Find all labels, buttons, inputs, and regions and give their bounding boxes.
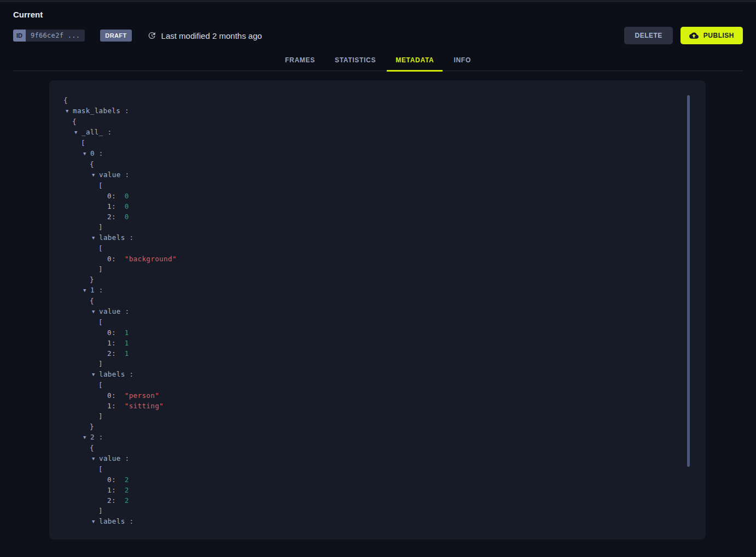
collapse-triangle-icon[interactable]: ▼: [83, 432, 90, 443]
json-punctuation: {: [90, 297, 94, 305]
json-key[interactable]: 0 :: [90, 149, 103, 157]
json-tree-line: 2: 1: [63, 348, 673, 359]
tab-metadata[interactable]: METADATA: [387, 51, 443, 71]
publish-button[interactable]: PUBLISH: [681, 27, 743, 44]
json-index: 1:: [107, 402, 125, 410]
collapse-triangle-icon[interactable]: ▼: [92, 170, 99, 180]
delete-button[interactable]: DELETE: [624, 27, 672, 44]
json-tree-line: {: [63, 159, 673, 169]
json-tree-line: [: [63, 138, 673, 148]
json-punctuation: [: [98, 465, 103, 473]
collapse-triangle-icon[interactable]: ▼: [92, 517, 99, 527]
json-tree-line: ▼value :: [63, 453, 673, 464]
json-punctuation: [: [98, 181, 103, 190]
id-badge: ID 9f66ce2f ...: [13, 30, 85, 42]
json-key[interactable]: value :: [99, 171, 129, 179]
publish-button-label: PUBLISH: [703, 32, 734, 39]
json-tree-line: [: [63, 180, 673, 191]
json-tree-line: }: [63, 421, 673, 432]
json-tree-line: }: [63, 274, 673, 285]
json-index: 2:: [107, 496, 125, 505]
json-tree-line: {: [63, 95, 673, 105]
json-tree-line: ]: [63, 506, 673, 516]
json-punctuation: {: [63, 96, 68, 104]
json-tree-line: ]: [63, 222, 673, 232]
json-tree-line: [: [63, 464, 673, 474]
json-tree-line: {: [63, 116, 673, 127]
content-area: {▼mask_labels :{▼_all_ :[▼0 :{▼value :[0…: [0, 71, 756, 548]
json-tree-line: {: [63, 296, 673, 306]
json-tree-line: ▼2 :: [63, 432, 673, 443]
json-punctuation: }: [90, 423, 94, 431]
json-key[interactable]: _all_ :: [82, 128, 112, 136]
last-modified-text: Last modified 2 months ago: [161, 31, 262, 40]
json-tree-line: 0: "background": [63, 254, 673, 264]
json-value: 0: [125, 213, 129, 221]
json-tree-line: 1: 2: [63, 485, 673, 495]
json-tree-line: [: [63, 317, 673, 327]
json-key[interactable]: mask_labels :: [73, 107, 129, 115]
json-tree-line: 1: 0: [63, 201, 673, 212]
json-punctuation: {: [72, 118, 77, 126]
json-viewer: {▼mask_labels :{▼_all_ :[▼0 :{▼value :[0…: [49, 80, 706, 527]
json-tree-line: 1: "sitting": [63, 401, 673, 411]
json-tree-line: ▼labels :: [63, 232, 673, 243]
collapse-triangle-icon[interactable]: ▼: [92, 370, 99, 380]
json-key[interactable]: labels :: [99, 233, 133, 242]
json-punctuation: ]: [98, 507, 103, 515]
json-key[interactable]: value :: [99, 307, 129, 315]
json-key[interactable]: 1 :: [90, 286, 103, 294]
json-punctuation: [: [98, 381, 103, 389]
meta-row: ID 9f66ce2f ... DRAFT Last modified 2 mo…: [13, 27, 743, 44]
json-index: 0:: [107, 476, 125, 484]
json-punctuation: [: [98, 244, 103, 253]
json-tree-line: ▼value :: [63, 169, 673, 180]
collapse-triangle-icon[interactable]: ▼: [92, 307, 99, 317]
json-key[interactable]: 2 :: [90, 433, 103, 441]
tab-info[interactable]: INFO: [445, 51, 479, 71]
json-index: 2:: [107, 213, 125, 221]
json-tree-line: 0: 0: [63, 191, 673, 201]
json-tree-line: ▼labels :: [63, 516, 673, 527]
json-key[interactable]: value :: [99, 454, 129, 462]
page-title: Current: [13, 2, 743, 12]
json-value: 2: [125, 476, 129, 484]
json-tree-line: ▼value :: [63, 306, 673, 317]
json-key[interactable]: labels :: [99, 370, 133, 378]
json-value: 2: [125, 486, 129, 494]
json-tree-line: ]: [63, 264, 673, 274]
collapse-triangle-icon[interactable]: ▼: [83, 285, 90, 296]
json-punctuation: ]: [98, 412, 103, 420]
json-tree-line: 2: 0: [63, 212, 673, 222]
collapse-triangle-icon[interactable]: ▼: [92, 233, 99, 243]
json-value: "person": [125, 391, 159, 400]
json-tree-line: ▼_all_ :: [63, 127, 673, 138]
json-punctuation: [: [98, 318, 103, 326]
json-value: 2: [125, 496, 129, 505]
json-tree-line: [: [63, 527, 673, 527]
cloud-upload-icon: [689, 32, 699, 39]
collapse-triangle-icon[interactable]: ▼: [83, 149, 90, 159]
json-index: 2:: [107, 349, 125, 357]
json-tree-line: 0: 2: [63, 474, 673, 485]
tab-statistics[interactable]: STATISTICS: [326, 51, 385, 71]
collapse-triangle-icon[interactable]: ▼: [92, 454, 99, 464]
id-badge-value[interactable]: 9f66ce2f ...: [26, 30, 85, 42]
json-index: 0:: [107, 391, 125, 400]
history-icon: [147, 31, 156, 40]
json-index: 0:: [107, 255, 125, 263]
collapse-triangle-icon[interactable]: ▼: [66, 106, 73, 116]
json-punctuation: {: [90, 444, 94, 452]
json-punctuation: {: [90, 160, 94, 168]
json-tree-line: ▼1 :: [63, 285, 673, 296]
json-tree-line: {: [63, 443, 673, 453]
tab-frames[interactable]: FRAMES: [276, 51, 324, 71]
json-index: 1:: [107, 486, 125, 494]
json-tree-line: 2: 2: [63, 495, 673, 506]
tab-bar: FRAMESSTATISTICSMETADATAINFO: [13, 51, 743, 71]
json-tree-line: [: [63, 380, 673, 390]
scrollbar-thumb[interactable]: [687, 95, 690, 467]
json-tree-line: ▼mask_labels :: [63, 105, 673, 116]
collapse-triangle-icon[interactable]: ▼: [74, 127, 82, 138]
json-key[interactable]: labels :: [99, 517, 133, 525]
